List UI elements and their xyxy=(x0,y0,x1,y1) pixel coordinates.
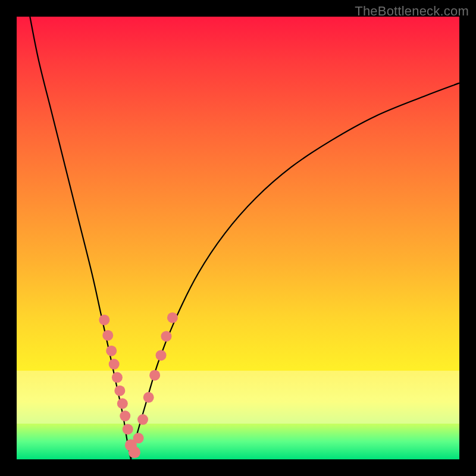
data-point xyxy=(156,350,167,361)
data-point xyxy=(112,372,123,383)
data-point xyxy=(99,315,109,325)
data-point xyxy=(114,386,125,396)
data-point xyxy=(120,411,130,421)
data-point xyxy=(106,346,117,356)
outer-black-frame: TheBottleneck.com xyxy=(0,0,476,476)
highlight-band xyxy=(17,371,459,424)
data-point xyxy=(125,439,137,451)
data-point xyxy=(117,398,128,409)
data-point xyxy=(167,312,178,323)
data-point xyxy=(123,424,133,434)
data-point xyxy=(129,446,140,458)
curve-left xyxy=(30,17,131,459)
plot-area xyxy=(17,17,459,459)
scatter-dots xyxy=(99,312,178,458)
curve-right xyxy=(131,83,459,459)
data-point xyxy=(143,392,154,403)
data-point xyxy=(149,370,160,381)
data-point xyxy=(102,330,113,341)
data-point xyxy=(109,359,120,369)
data-point xyxy=(137,414,148,425)
data-point xyxy=(133,433,144,443)
chart-svg xyxy=(17,17,459,459)
data-point xyxy=(161,331,171,342)
watermark-text: TheBottleneck.com xyxy=(355,4,469,19)
